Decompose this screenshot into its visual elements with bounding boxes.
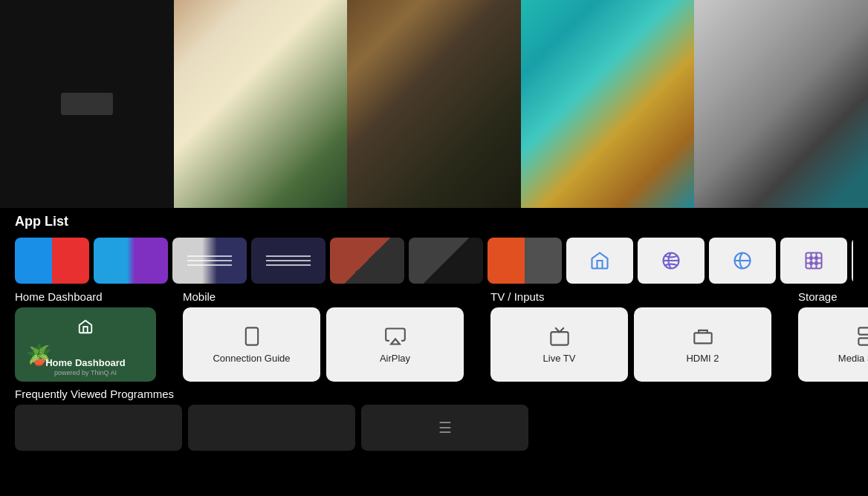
- app-tile-media[interactable]: [780, 238, 847, 284]
- app-tile-home[interactable]: [566, 238, 633, 284]
- home-dashboard-tiles: 🪴 Home Dashboard powered by ThinQ AI: [15, 307, 156, 382]
- svg-rect-7: [551, 332, 568, 345]
- phone-icon: [242, 326, 262, 347]
- media-icon: [803, 250, 824, 271]
- app-tile-5[interactable]: [330, 238, 404, 284]
- hdmi2-label: HDMI 2: [686, 353, 719, 364]
- tv-inputs-tiles: Live TV HDMI 2: [490, 307, 771, 382]
- connection-guide-label: Connection Guide: [213, 353, 290, 364]
- app-tile-sports[interactable]: [638, 238, 705, 284]
- app-tile-3[interactable]: [172, 238, 247, 284]
- banner-placeholder-1: [61, 93, 113, 115]
- app-list-title: App List: [15, 214, 853, 229]
- svg-rect-4: [245, 327, 257, 345]
- svg-rect-8: [694, 333, 711, 343]
- mobile-section: Mobile Connection Guide AirPlay: [183, 290, 464, 382]
- media-server-tile[interactable]: Media Server: [798, 307, 868, 382]
- connection-guide-tile[interactable]: Connection Guide: [183, 307, 320, 382]
- banner-3[interactable]: [347, 0, 521, 208]
- app-tile-4[interactable]: [251, 238, 326, 284]
- frequently-viewed-title: Frequently Viewed Programmes: [15, 388, 853, 400]
- home-icon: [589, 250, 610, 271]
- airplay-icon: [385, 326, 406, 347]
- sports-icon: [661, 250, 681, 271]
- web-icon: [732, 250, 753, 271]
- airplay-label: AirPlay: [380, 353, 410, 364]
- app-tile-web[interactable]: [709, 238, 776, 284]
- server-icon: [857, 326, 869, 347]
- freq-tile-3[interactable]: ☰: [361, 405, 528, 451]
- storage-section: Storage Media Server: [798, 290, 868, 382]
- svg-rect-2: [806, 253, 822, 269]
- hdmi-icon: [693, 326, 713, 347]
- svg-rect-10: [858, 338, 868, 345]
- mobile-title: Mobile: [183, 290, 464, 303]
- home-dashboard-tile[interactable]: 🪴 Home Dashboard powered by ThinQ AI: [15, 307, 156, 382]
- media-server-label: Media Server: [838, 353, 868, 364]
- banner-2[interactable]: [174, 0, 348, 208]
- freq-tile-2[interactable]: [188, 405, 355, 451]
- full-sections: Home Dashboard 🪴 Home Dashboard powered …: [15, 290, 853, 382]
- tv-inputs-title: TV / Inputs: [490, 290, 771, 303]
- svg-marker-6: [391, 339, 400, 344]
- home-dashboard-title: Home Dashboard: [15, 290, 156, 303]
- banner-5[interactable]: [694, 0, 868, 208]
- banner-1[interactable]: [0, 0, 174, 208]
- app-tile-edit[interactable]: [852, 238, 853, 284]
- app-list-row: Settings: [15, 235, 853, 286]
- mobile-tiles: Connection Guide AirPlay: [183, 307, 464, 382]
- storage-tiles: Media Server: [798, 307, 868, 382]
- tv-inputs-section: TV / Inputs Live TV HDMI 2: [490, 290, 771, 382]
- frequently-viewed-section: Frequently Viewed Programmes ☰: [15, 388, 853, 451]
- home-dashboard-home-icon: [77, 319, 94, 339]
- app-list-section: App List: [0, 208, 868, 286]
- live-tv-tile[interactable]: Live TV: [490, 307, 628, 382]
- airplay-tile[interactable]: AirPlay: [326, 307, 464, 382]
- home-dashboard-label: Home Dashboard: [45, 357, 126, 368]
- app-tile-2[interactable]: [94, 238, 168, 284]
- live-tv-label: Live TV: [543, 353, 576, 364]
- freq-tile-1[interactable]: [15, 405, 182, 451]
- bottom-area: Home Dashboard 🪴 Home Dashboard powered …: [0, 286, 868, 451]
- banner-4[interactable]: [521, 0, 695, 208]
- home-dashboard-sublabel: powered by ThinQ AI: [54, 369, 117, 376]
- top-banner: [0, 0, 868, 208]
- tv-icon: [549, 326, 570, 347]
- app-tile-6[interactable]: [409, 238, 483, 284]
- storage-title: Storage: [798, 290, 868, 303]
- home-dashboard-section: Home Dashboard 🪴 Home Dashboard powered …: [15, 290, 156, 382]
- hdmi2-tile[interactable]: HDMI 2: [634, 307, 771, 382]
- app-tile-7[interactable]: [488, 238, 562, 284]
- app-tile-1[interactable]: [15, 238, 89, 284]
- svg-rect-9: [858, 327, 868, 334]
- freq-tiles-row: ☰: [15, 405, 853, 451]
- list-icon: ☰: [438, 419, 452, 437]
